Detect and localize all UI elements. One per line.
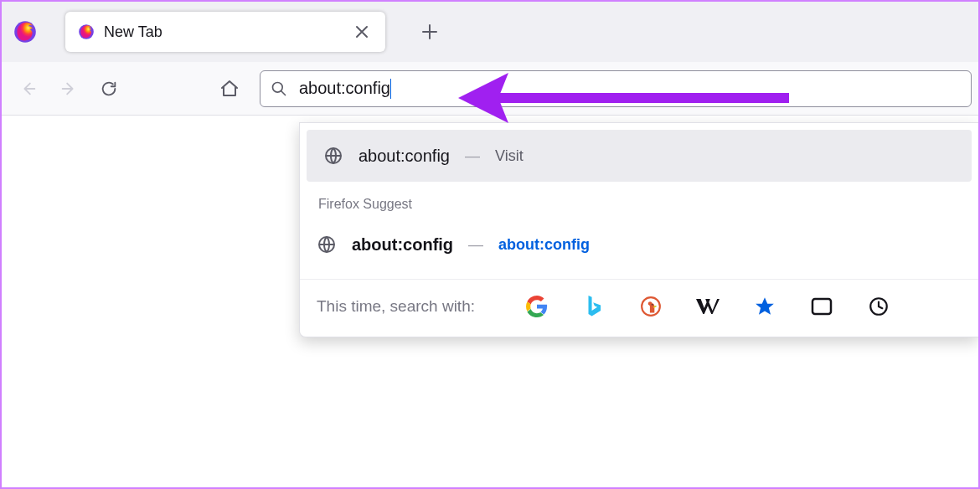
back-button[interactable] (8, 69, 49, 109)
search-engines-row: This time, search with: (300, 280, 978, 337)
urlbar-dropdown: about:config — Visit Firefox Suggest abo… (299, 122, 978, 337)
close-icon (355, 25, 369, 39)
google-icon (526, 296, 548, 317)
duckduckgo-icon (640, 296, 662, 317)
forward-button[interactable] (49, 69, 89, 109)
home-button[interactable] (209, 69, 250, 109)
address-input-text: about:config (299, 79, 390, 98)
toolbar: about:config (2, 62, 978, 116)
engine-history[interactable] (867, 295, 890, 318)
suggestion-suffix: Visit (495, 147, 524, 165)
globe-icon (323, 146, 343, 166)
arrow-right-icon (59, 80, 78, 98)
engine-wikipedia[interactable] (696, 295, 720, 318)
firefox-logo-icon (12, 18, 39, 45)
engine-google[interactable] (525, 295, 549, 318)
bing-icon (584, 296, 604, 317)
suggest-section-label: Firefox Suggest (300, 182, 978, 219)
reload-icon (100, 80, 118, 98)
tab-bar: New Tab (2, 2, 978, 62)
home-icon (219, 79, 240, 99)
new-tab-button[interactable] (412, 14, 447, 49)
engines-label: This time, search with: (317, 297, 475, 316)
separator-dash: — (465, 147, 480, 165)
address-bar[interactable]: about:config (260, 70, 972, 107)
engine-duckduckgo[interactable] (639, 295, 663, 318)
engine-tabs[interactable] (810, 295, 833, 318)
text-cursor (390, 79, 391, 99)
globe-icon (317, 234, 337, 255)
search-icon (271, 80, 287, 97)
tab-title: New Tab (104, 23, 350, 41)
tabs-icon (811, 297, 833, 316)
suggestion-row-visit[interactable]: about:config — Visit (307, 130, 972, 182)
suggestion-url: about:config (498, 236, 590, 254)
browser-tab[interactable]: New Tab (65, 12, 385, 52)
firefox-logo-icon (77, 23, 95, 41)
wikipedia-icon (696, 297, 720, 316)
suggestion-title: about:config (352, 235, 453, 255)
separator-dash: — (468, 236, 483, 254)
history-icon (868, 296, 890, 317)
engine-bing[interactable] (582, 295, 606, 318)
suggestion-row-history[interactable]: about:config — about:config (300, 219, 978, 270)
suggestion-title: about:config (358, 147, 450, 166)
plus-icon (422, 24, 437, 39)
svg-rect-8 (812, 299, 831, 314)
svg-point-7 (652, 304, 653, 306)
reload-button[interactable] (89, 69, 129, 109)
tab-close-button[interactable] (350, 20, 374, 44)
star-icon (754, 296, 776, 317)
engine-bookmarks[interactable] (753, 295, 776, 318)
arrow-left-icon (19, 80, 38, 98)
